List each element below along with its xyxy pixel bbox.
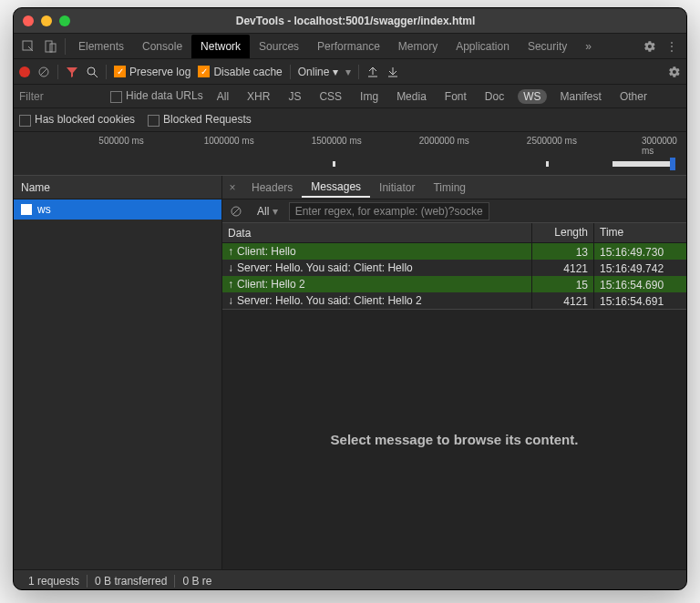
message-time: 15:16:54.690 xyxy=(593,276,686,292)
gear-icon[interactable] xyxy=(668,66,681,78)
download-icon[interactable] xyxy=(386,66,399,78)
timeline-bar xyxy=(546,161,549,167)
divider xyxy=(65,38,66,55)
regex-input[interactable] xyxy=(289,202,489,220)
disable-cache-label: Disable cache xyxy=(213,66,282,78)
timeline-tick: 500000 ms xyxy=(98,136,143,146)
timeline-tick: 1000000 ms xyxy=(204,136,254,146)
timeline-tick: 2000000 ms xyxy=(419,136,469,146)
gear-icon[interactable] xyxy=(639,36,661,57)
close-icon[interactable]: × xyxy=(222,181,242,194)
upload-icon[interactable] xyxy=(366,66,379,78)
col-time[interactable]: Time xyxy=(593,223,686,242)
timeline[interactable]: 500000 ms 1000000 ms 1500000 ms 2000000 … xyxy=(14,132,686,176)
filter-icon[interactable] xyxy=(66,66,78,78)
inspect-icon[interactable] xyxy=(17,36,39,57)
tab-console[interactable]: Console xyxy=(133,35,191,58)
tab-application[interactable]: Application xyxy=(447,35,519,58)
message-data: Server: Hello. You said: Client: Hello 2 xyxy=(237,294,422,307)
tab-performance[interactable]: Performance xyxy=(308,35,389,58)
tab-elements[interactable]: Elements xyxy=(69,35,133,58)
timeline-bar xyxy=(612,161,673,167)
tab-network[interactable]: Network xyxy=(191,35,250,58)
filter-bar: Filter Hide data URLs All XHR JS CSS Img… xyxy=(14,85,686,108)
filter-js[interactable]: JS xyxy=(283,88,305,105)
close-icon[interactable] xyxy=(23,15,34,26)
preserve-log-label: Preserve log xyxy=(129,66,190,78)
filter-all[interactable]: All xyxy=(212,88,233,105)
message-content-placeholder: Select message to browse its content. xyxy=(222,309,686,569)
timeline-tick: 2500000 ms xyxy=(527,136,577,146)
name-header[interactable]: Name xyxy=(14,176,221,199)
svg-line-8 xyxy=(232,208,240,215)
status-transferred: 0 B transferred xyxy=(88,575,175,588)
message-time: 15:16:49.730 xyxy=(593,243,686,260)
tab-initiator[interactable]: Initiator xyxy=(370,177,424,199)
timeline-tick: 1500000 ms xyxy=(312,136,362,146)
table-row[interactable]: ↓ Server: Hello. You said: Client: Hello… xyxy=(222,292,686,309)
preserve-log-checkbox[interactable]: ✓Preserve log xyxy=(114,66,190,78)
filter-doc[interactable]: Doc xyxy=(480,88,509,105)
status-requests: 1 requests xyxy=(21,575,88,588)
message-data: Client: Hello xyxy=(237,245,296,258)
file-icon xyxy=(21,204,32,215)
disable-cache-checkbox[interactable]: ✓Disable cache xyxy=(198,66,282,78)
svg-point-5 xyxy=(88,67,95,75)
filter-css[interactable]: CSS xyxy=(314,88,346,105)
has-blocked-cookies-checkbox[interactable]: Has blocked cookies xyxy=(19,113,135,126)
filter-img[interactable]: Img xyxy=(355,88,383,105)
throttle-select[interactable]: Online▾ xyxy=(298,66,339,78)
divider xyxy=(290,65,291,79)
col-data[interactable]: Data xyxy=(222,223,531,242)
divider xyxy=(106,65,107,79)
tab-headers[interactable]: Headers xyxy=(242,177,302,199)
filter-all-select[interactable]: All ▾ xyxy=(250,203,285,220)
message-time: 15:16:54.691 xyxy=(593,292,686,309)
filter-font[interactable]: Font xyxy=(440,88,471,105)
device-icon[interactable] xyxy=(39,36,61,57)
chevron-down-icon: ▾ xyxy=(333,66,338,78)
filter-xhr[interactable]: XHR xyxy=(242,88,274,105)
filter-other[interactable]: Other xyxy=(615,88,652,105)
message-length: 4121 xyxy=(531,292,593,309)
detail-tabs: × Headers Messages Initiator Timing xyxy=(222,176,686,199)
arrow-down-icon: ↓ xyxy=(228,261,233,274)
col-length[interactable]: Length xyxy=(531,223,593,242)
message-data: Server: Hello. You said: Client: Hello xyxy=(237,261,413,274)
table-row[interactable]: ↑ Client: Hello1315:16:49.730 xyxy=(222,243,686,260)
messages-table: Data Length Time ↑ Client: Hello1315:16:… xyxy=(222,223,686,569)
request-ws[interactable]: ws xyxy=(14,199,221,220)
timeline-handle[interactable] xyxy=(670,158,675,170)
chevron-down-icon[interactable]: ▾ xyxy=(345,66,351,78)
table-body: ↑ Client: Hello1315:16:49.730↓ Server: H… xyxy=(222,243,686,309)
tab-sources[interactable]: Sources xyxy=(250,35,308,58)
filter-media[interactable]: Media xyxy=(392,88,431,105)
message-length: 15 xyxy=(531,276,593,292)
divider xyxy=(358,65,359,79)
tab-memory[interactable]: Memory xyxy=(389,35,447,58)
arrow-down-icon: ↓ xyxy=(228,294,233,307)
tab-timing[interactable]: Timing xyxy=(424,177,475,199)
blocked-requests-checkbox[interactable]: Blocked Requests xyxy=(148,113,252,126)
divider xyxy=(57,65,58,79)
kebab-icon[interactable]: ⋮ xyxy=(661,36,683,57)
clear-icon[interactable] xyxy=(226,205,246,218)
message-filter: All ▾ xyxy=(222,199,686,223)
table-row[interactable]: ↓ Server: Hello. You said: Client: Hello… xyxy=(222,260,686,276)
tab-messages[interactable]: Messages xyxy=(302,176,370,199)
status-bar: 1 requests 0 B transferred 0 B re xyxy=(14,569,686,590)
filter-input[interactable]: Filter xyxy=(19,90,101,103)
window-title: DevTools - localhost:5001/swagger/index.… xyxy=(34,15,677,27)
titlebar: DevTools - localhost:5001/swagger/index.… xyxy=(14,8,686,34)
record-icon[interactable] xyxy=(19,66,30,77)
hide-data-urls-checkbox[interactable]: Hide data URLs xyxy=(110,89,203,102)
svg-line-6 xyxy=(94,74,98,77)
clear-icon[interactable] xyxy=(37,66,50,78)
table-row[interactable]: ↑ Client: Hello 21515:16:54.690 xyxy=(222,276,686,292)
arrow-up-icon: ↑ xyxy=(228,245,233,258)
more-tabs-icon[interactable]: » xyxy=(576,35,601,58)
filter-manifest[interactable]: Manifest xyxy=(556,88,606,105)
search-icon[interactable] xyxy=(86,66,98,78)
tab-security[interactable]: Security xyxy=(519,35,576,58)
filter-ws[interactable]: WS xyxy=(518,89,546,104)
